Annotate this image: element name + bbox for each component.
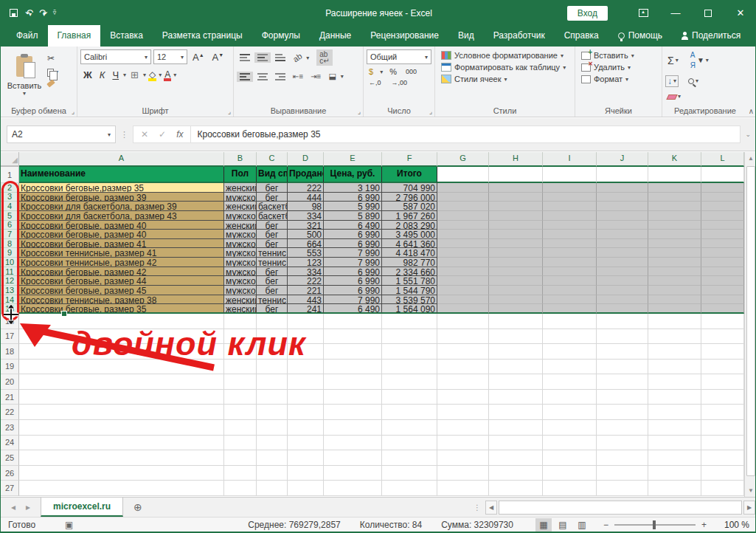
merge-dropdown[interactable]: ▾ (341, 73, 344, 80)
cell-G22[interactable] (437, 405, 489, 420)
cell-L20[interactable] (701, 374, 744, 390)
customize-qat-icon[interactable]: ▿̄ (53, 10, 57, 16)
format-cells-button[interactable]: Формат▾ (578, 73, 659, 85)
cell-C20[interactable] (257, 374, 288, 390)
format-painter-button[interactable] (45, 80, 60, 86)
tab-разработчик[interactable]: Разработчик (484, 25, 555, 47)
cell-I2[interactable] (543, 183, 597, 193)
column-header-J[interactable]: J (597, 152, 648, 167)
enter-formula-icon[interactable]: ✓ (159, 129, 166, 140)
cell-H26[interactable] (489, 466, 543, 481)
cell-E3[interactable]: 6 990 (324, 193, 382, 202)
undo-icon[interactable]: ↶▾ (25, 8, 32, 18)
cell-I27[interactable] (543, 481, 597, 496)
cell-L21[interactable] (701, 390, 744, 405)
cell-J12[interactable] (597, 276, 648, 286)
cell-B11[interactable]: мужской (224, 267, 257, 277)
cell-L7[interactable] (701, 230, 744, 239)
vertical-scrollbar[interactable]: ▲ ▼ (744, 152, 756, 497)
cell-I22[interactable] (543, 405, 597, 420)
cell-K6[interactable] (648, 221, 701, 230)
cell-H6[interactable] (489, 221, 543, 230)
font-dialog-launcher[interactable]: ⌟ (228, 108, 231, 115)
cell-D10[interactable]: 123 (288, 258, 324, 267)
cut-button[interactable]: ✂ (45, 52, 60, 64)
cell-J2[interactable] (597, 183, 648, 193)
cell-A7[interactable]: Кроссовки беговые, размер 40 (19, 230, 224, 239)
cell-D22[interactable] (288, 405, 324, 420)
row-header-24[interactable]: 24 (1, 436, 19, 451)
cell-A13[interactable]: Кроссовки беговые, размер 45 (19, 286, 224, 295)
cell-K11[interactable] (648, 267, 701, 277)
grow-font-button[interactable]: А▲ (190, 51, 207, 63)
cell-B3[interactable]: мужской (224, 193, 257, 202)
paste-button[interactable]: Вставить ▾ (4, 49, 45, 103)
column-header-I[interactable]: I (543, 152, 597, 167)
cell-E17[interactable] (324, 329, 382, 345)
insert-function-icon[interactable]: fx (176, 129, 183, 140)
cell-A8[interactable]: Кроссовки беговые, размер 41 (19, 239, 224, 249)
cell-L2[interactable] (701, 183, 744, 193)
increase-decimal-button[interactable]: ←,0 (367, 79, 384, 86)
cell-H9[interactable] (489, 248, 543, 258)
page-layout-view-icon[interactable]: ▤ (555, 518, 571, 532)
cell-H23[interactable] (489, 420, 543, 436)
cell-A25[interactable] (19, 450, 224, 466)
align-right-button[interactable] (272, 72, 288, 82)
cell-C3[interactable]: бег (257, 193, 288, 202)
cell-L17[interactable] (701, 329, 744, 345)
cell-A20[interactable] (19, 374, 224, 390)
cell-C8[interactable]: бег (257, 239, 288, 249)
cell-J1[interactable] (597, 167, 648, 183)
cell-B23[interactable] (224, 420, 257, 436)
cell-D9[interactable]: 553 (288, 248, 324, 258)
cell-I26[interactable] (543, 466, 597, 481)
hscroll-left-icon[interactable]: ◀ (485, 501, 497, 515)
sheet-nav-right-icon[interactable]: ▸ (26, 502, 30, 512)
cell-B21[interactable] (224, 390, 257, 405)
cell-I10[interactable] (543, 258, 597, 267)
cell-C13[interactable]: бег (257, 286, 288, 295)
zoom-slider[interactable] (614, 524, 696, 526)
cell-K24[interactable] (648, 436, 701, 451)
cell-H8[interactable] (489, 239, 543, 249)
cell-E13[interactable]: 6 990 (324, 286, 382, 295)
cell-K15[interactable] (648, 304, 701, 314)
cell-J14[interactable] (597, 295, 648, 305)
cell-G23[interactable] (437, 420, 489, 436)
cell-I24[interactable] (543, 436, 597, 451)
cell-J7[interactable] (597, 230, 648, 239)
cell-F7[interactable]: 3 495 000 (382, 230, 437, 239)
cell-L23[interactable] (701, 420, 744, 436)
zoom-in-icon[interactable]: + (701, 520, 707, 530)
sheet-nav-left-icon[interactable]: ◂ (11, 502, 15, 512)
cell-F13[interactable]: 1 544 790 (382, 286, 437, 295)
new-sheet-icon[interactable]: ⊕ (123, 498, 153, 517)
cell-K23[interactable] (648, 420, 701, 436)
cell-G24[interactable] (437, 436, 489, 451)
cell-F25[interactable] (382, 450, 437, 466)
tab-вставка[interactable]: Вставка (100, 25, 153, 47)
cell-G9[interactable] (437, 248, 489, 258)
cell-header-A1[interactable]: Наименование (19, 167, 224, 183)
cell-F9[interactable]: 4 418 470 (382, 248, 437, 258)
cell-E19[interactable] (324, 360, 382, 375)
cell-C7[interactable]: бег (257, 230, 288, 239)
cell-E11[interactable]: 6 990 (324, 267, 382, 277)
row-header-26[interactable]: 26 (1, 466, 19, 481)
format-as-table-button[interactable]: Форматировать как таблицу▾ (438, 61, 572, 73)
cell-A14[interactable]: Кроссовки теннисные, размер 38 (19, 295, 224, 305)
cell-A3[interactable]: Кроссовки беговые, размер 39 (19, 193, 224, 202)
formula-input[interactable]: Кроссовки беговые,размер 35 (191, 125, 741, 143)
cell-D13[interactable]: 221 (288, 286, 324, 295)
align-left-button[interactable] (237, 72, 253, 82)
sheet-tab-microexcel[interactable]: microexcel.ru (41, 498, 123, 517)
cell-E10[interactable]: 7 990 (324, 258, 382, 267)
cell-H13[interactable] (489, 286, 543, 295)
cell-B14[interactable]: женский (224, 295, 257, 305)
ribbon-display-options-icon[interactable]: ▴ (627, 1, 659, 25)
autosum-button[interactable]: Σ▾ (665, 55, 681, 66)
cell-J21[interactable] (597, 390, 648, 405)
cell-I14[interactable] (543, 295, 597, 305)
zoom-out-icon[interactable]: − (603, 520, 608, 530)
